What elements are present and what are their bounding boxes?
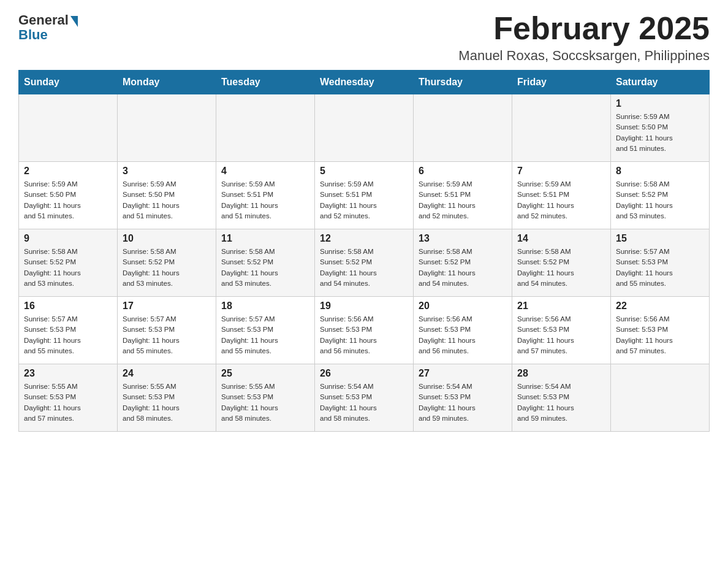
day-sun-info: Sunrise: 5:59 AMSunset: 5:51 PMDaylight:… — [517, 179, 605, 221]
day-sun-info: Sunrise: 5:54 AMSunset: 5:53 PMDaylight:… — [419, 381, 507, 424]
day-sun-info: Sunrise: 5:58 AMSunset: 5:52 PMDaylight:… — [320, 247, 408, 289]
calendar-day-cell: 15Sunrise: 5:57 AMSunset: 5:53 PMDayligh… — [611, 229, 710, 297]
day-number: 12 — [320, 233, 408, 244]
day-sun-info: Sunrise: 5:58 AMSunset: 5:52 PMDaylight:… — [616, 179, 704, 221]
day-sun-info: Sunrise: 5:55 AMSunset: 5:53 PMDaylight:… — [123, 381, 211, 424]
calendar-day-cell: 19Sunrise: 5:56 AMSunset: 5:53 PMDayligh… — [315, 297, 414, 364]
day-number: 25 — [221, 368, 309, 379]
calendar-day-cell — [611, 364, 710, 432]
calendar-day-cell: 23Sunrise: 5:55 AMSunset: 5:53 PMDayligh… — [19, 364, 118, 432]
calendar-day-cell: 20Sunrise: 5:56 AMSunset: 5:53 PMDayligh… — [414, 297, 512, 364]
day-number: 17 — [123, 301, 211, 312]
day-sun-info: Sunrise: 5:59 AMSunset: 5:51 PMDaylight:… — [419, 179, 507, 221]
page-header: General Blue February 2025 Manuel Roxas,… — [18, 12, 710, 64]
calendar-day-cell — [19, 94, 118, 162]
calendar-day-cell — [118, 94, 216, 162]
calendar-day-cell: 6Sunrise: 5:59 AMSunset: 5:51 PMDaylight… — [414, 162, 512, 229]
day-sun-info: Sunrise: 5:57 AMSunset: 5:53 PMDaylight:… — [123, 314, 211, 356]
calendar-day-cell — [414, 94, 512, 162]
day-number: 10 — [123, 233, 211, 244]
calendar-day-cell: 12Sunrise: 5:58 AMSunset: 5:52 PMDayligh… — [315, 229, 414, 297]
day-number: 3 — [123, 166, 211, 177]
day-number: 14 — [517, 233, 605, 244]
day-sun-info: Sunrise: 5:54 AMSunset: 5:53 PMDaylight:… — [517, 381, 605, 424]
calendar-day-cell: 2Sunrise: 5:59 AMSunset: 5:50 PMDaylight… — [19, 162, 118, 229]
day-sun-info: Sunrise: 5:59 AMSunset: 5:50 PMDaylight:… — [123, 179, 211, 221]
day-number: 23 — [24, 368, 112, 379]
calendar-week-row: 9Sunrise: 5:58 AMSunset: 5:52 PMDaylight… — [19, 229, 710, 297]
day-sun-info: Sunrise: 5:58 AMSunset: 5:52 PMDaylight:… — [24, 247, 112, 289]
calendar-day-cell: 7Sunrise: 5:59 AMSunset: 5:51 PMDaylight… — [512, 162, 611, 229]
calendar-week-row: 2Sunrise: 5:59 AMSunset: 5:50 PMDaylight… — [19, 162, 710, 229]
month-title: February 2025 — [458, 12, 710, 44]
day-sun-info: Sunrise: 5:59 AMSunset: 5:50 PMDaylight:… — [616, 112, 704, 154]
calendar-day-cell: 16Sunrise: 5:57 AMSunset: 5:53 PMDayligh… — [19, 297, 118, 364]
day-number: 4 — [221, 166, 309, 177]
day-of-week-header: Friday — [512, 71, 611, 94]
day-sun-info: Sunrise: 5:57 AMSunset: 5:53 PMDaylight:… — [24, 314, 112, 356]
day-sun-info: Sunrise: 5:56 AMSunset: 5:53 PMDaylight:… — [616, 314, 704, 356]
day-number: 21 — [517, 301, 605, 312]
day-of-week-header: Wednesday — [315, 71, 414, 94]
calendar-day-cell: 17Sunrise: 5:57 AMSunset: 5:53 PMDayligh… — [118, 297, 216, 364]
calendar-day-cell: 14Sunrise: 5:58 AMSunset: 5:52 PMDayligh… — [512, 229, 611, 297]
day-number: 11 — [221, 233, 309, 244]
calendar-day-cell: 25Sunrise: 5:55 AMSunset: 5:53 PMDayligh… — [216, 364, 315, 432]
day-number: 7 — [517, 166, 605, 177]
day-of-week-header: Thursday — [414, 71, 512, 94]
day-sun-info: Sunrise: 5:54 AMSunset: 5:53 PMDaylight:… — [320, 381, 408, 424]
day-of-week-header: Monday — [118, 71, 216, 94]
day-number: 18 — [221, 301, 309, 312]
day-number: 13 — [419, 233, 507, 244]
calendar-table: SundayMondayTuesdayWednesdayThursdayFrid… — [18, 70, 710, 432]
day-of-week-header: Saturday — [611, 71, 710, 94]
logo-general-text: General — [18, 12, 69, 28]
calendar-week-row: 16Sunrise: 5:57 AMSunset: 5:53 PMDayligh… — [19, 297, 710, 364]
day-sun-info: Sunrise: 5:59 AMSunset: 5:51 PMDaylight:… — [221, 179, 309, 221]
day-number: 24 — [123, 368, 211, 379]
calendar-day-cell: 18Sunrise: 5:57 AMSunset: 5:53 PMDayligh… — [216, 297, 315, 364]
day-number: 16 — [24, 301, 112, 312]
day-sun-info: Sunrise: 5:58 AMSunset: 5:52 PMDaylight:… — [123, 247, 211, 289]
day-sun-info: Sunrise: 5:55 AMSunset: 5:53 PMDaylight:… — [24, 381, 112, 424]
day-sun-info: Sunrise: 5:58 AMSunset: 5:52 PMDaylight:… — [221, 247, 309, 289]
day-number: 27 — [419, 368, 507, 379]
day-sun-info: Sunrise: 5:56 AMSunset: 5:53 PMDaylight:… — [517, 314, 605, 356]
calendar-day-cell: 24Sunrise: 5:55 AMSunset: 5:53 PMDayligh… — [118, 364, 216, 432]
calendar-day-cell — [315, 94, 414, 162]
day-sun-info: Sunrise: 5:57 AMSunset: 5:53 PMDaylight:… — [616, 247, 704, 289]
day-of-week-header: Tuesday — [216, 71, 315, 94]
day-number: 19 — [320, 301, 408, 312]
day-sun-info: Sunrise: 5:57 AMSunset: 5:53 PMDaylight:… — [221, 314, 309, 356]
calendar-day-cell: 1Sunrise: 5:59 AMSunset: 5:50 PMDaylight… — [611, 94, 710, 162]
calendar-day-cell: 22Sunrise: 5:56 AMSunset: 5:53 PMDayligh… — [611, 297, 710, 364]
calendar-day-cell — [512, 94, 611, 162]
day-sun-info: Sunrise: 5:56 AMSunset: 5:53 PMDaylight:… — [320, 314, 408, 356]
day-number: 6 — [419, 166, 507, 177]
day-sun-info: Sunrise: 5:59 AMSunset: 5:50 PMDaylight:… — [24, 179, 112, 221]
day-sun-info: Sunrise: 5:55 AMSunset: 5:53 PMDaylight:… — [221, 381, 309, 424]
title-section: February 2025 Manuel Roxas, Soccsksargen… — [458, 12, 710, 64]
logo: General Blue — [18, 12, 78, 43]
day-number: 15 — [616, 233, 704, 244]
day-number: 8 — [616, 166, 704, 177]
day-number: 22 — [616, 301, 704, 312]
calendar-day-cell: 11Sunrise: 5:58 AMSunset: 5:52 PMDayligh… — [216, 229, 315, 297]
day-sun-info: Sunrise: 5:56 AMSunset: 5:53 PMDaylight:… — [419, 314, 507, 356]
day-sun-info: Sunrise: 5:58 AMSunset: 5:52 PMDaylight:… — [517, 247, 605, 289]
day-number: 5 — [320, 166, 408, 177]
calendar-day-cell: 4Sunrise: 5:59 AMSunset: 5:51 PMDaylight… — [216, 162, 315, 229]
day-number: 2 — [24, 166, 112, 177]
calendar-day-cell: 13Sunrise: 5:58 AMSunset: 5:52 PMDayligh… — [414, 229, 512, 297]
calendar-header-row: SundayMondayTuesdayWednesdayThursdayFrid… — [19, 71, 710, 94]
calendar-day-cell: 9Sunrise: 5:58 AMSunset: 5:52 PMDaylight… — [19, 229, 118, 297]
location-subtitle: Manuel Roxas, Soccsksargen, Philippines — [458, 48, 710, 64]
calendar-day-cell: 10Sunrise: 5:58 AMSunset: 5:52 PMDayligh… — [118, 229, 216, 297]
day-number: 1 — [616, 98, 704, 109]
day-number: 26 — [320, 368, 408, 379]
calendar-day-cell: 8Sunrise: 5:58 AMSunset: 5:52 PMDaylight… — [611, 162, 710, 229]
calendar-day-cell — [216, 94, 315, 162]
calendar-day-cell: 3Sunrise: 5:59 AMSunset: 5:50 PMDaylight… — [118, 162, 216, 229]
calendar-week-row: 23Sunrise: 5:55 AMSunset: 5:53 PMDayligh… — [19, 364, 710, 432]
calendar-day-cell: 27Sunrise: 5:54 AMSunset: 5:53 PMDayligh… — [414, 364, 512, 432]
